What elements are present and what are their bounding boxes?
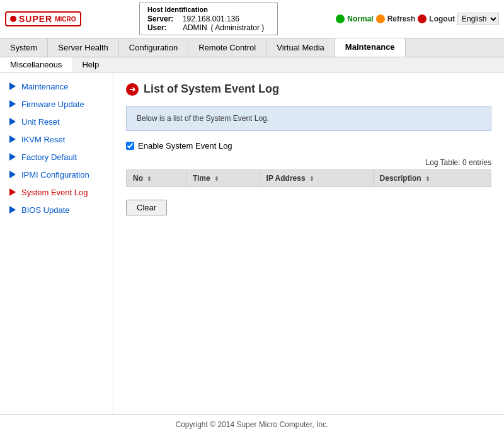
maintenance-arrow-icon <box>8 81 18 91</box>
info-text: Below is a list of the System Event Log. <box>137 114 269 123</box>
page-title: List of System Event Log <box>144 83 279 96</box>
sidebar-label-bios-update: BIOS Update <box>21 205 70 215</box>
logo-box: SUPERMICRO <box>5 11 81 26</box>
sidebar-label-factory-default: Factory Default <box>21 152 77 162</box>
sidebar-item-bios-update[interactable]: BIOS Update <box>0 201 113 219</box>
title-icon: ➔ <box>126 83 139 96</box>
sidebar-label-system-event-log: System Event Log <box>21 188 88 197</box>
col-no-label: No <box>133 174 143 183</box>
nav-item-server-health[interactable]: Server Health <box>48 38 118 57</box>
logout-icon[interactable] <box>418 14 427 23</box>
sidebar-item-ipmi-config[interactable]: IPMI Configuration <box>0 166 113 183</box>
event-log-table: No ⇕ Time ⇕ IP Address ⇕ Description <box>126 169 491 187</box>
subnav-miscellaneous[interactable]: Miscellaneous <box>0 57 72 72</box>
col-ip-sort-icon[interactable]: ⇕ <box>309 176 314 182</box>
footer-text: Copyright © 2014 Super Micro Computer, I… <box>176 420 329 429</box>
col-time-sort-icon[interactable]: ⇕ <box>214 176 219 182</box>
log-table-count: 0 entries <box>462 158 491 167</box>
logout-button[interactable]: Logout <box>429 14 455 23</box>
log-table-header: Log Table: 0 entries <box>126 158 491 167</box>
logo-area: SUPERMICRO <box>5 11 81 26</box>
logo-dot <box>10 16 16 22</box>
sidebar-item-unit-reset[interactable]: Unit Reset <box>0 113 113 130</box>
server-value: 192.168.001.136 <box>183 14 239 23</box>
subnav-help[interactable]: Help <box>72 57 109 72</box>
status-normal-text: Normal <box>347 14 373 23</box>
server-label: Server: <box>147 14 179 23</box>
sidebar-label-unit-reset: Unit Reset <box>21 117 60 127</box>
language-select[interactable]: English <box>457 13 499 25</box>
col-time-label: Time <box>193 174 210 183</box>
footer: Copyright © 2014 Super Micro Computer, I… <box>0 414 504 434</box>
col-description-sort-icon[interactable]: ⇕ <box>425 176 430 182</box>
enable-log-row: Enable System Event Log <box>126 141 491 151</box>
system-event-log-arrow-icon <box>8 187 18 197</box>
sidebar-label-firmware: Firmware Update <box>21 100 84 109</box>
col-description[interactable]: Description ⇕ <box>373 170 491 187</box>
host-identification: Host Identification Server: 192.168.001.… <box>139 3 278 35</box>
sidebar-item-factory-default[interactable]: Factory Default <box>0 148 113 166</box>
enable-log-label: Enable System Event Log <box>138 141 232 151</box>
sidebar: Maintenance Firmware Update Unit Reset I… <box>0 72 113 414</box>
status-green-icon <box>336 14 345 23</box>
nav-item-remote-control[interactable]: Remote Control <box>188 38 266 57</box>
logo-micro: MICRO <box>55 16 76 23</box>
user-role: ( Administrator ) <box>211 23 265 32</box>
status-area: Normal Refresh Logout English <box>336 13 499 25</box>
log-table-label: Log Table: <box>425 158 460 167</box>
col-no[interactable]: No ⇕ <box>127 170 186 187</box>
enable-log-checkbox[interactable] <box>126 142 134 150</box>
nav-item-configuration[interactable]: Configuration <box>119 38 188 57</box>
ikvm-reset-arrow-icon <box>8 134 18 144</box>
sidebar-item-system-event-log[interactable]: System Event Log <box>0 183 113 201</box>
sidebar-item-maintenance[interactable]: Maintenance <box>0 77 113 95</box>
user-value: ADMIN <box>183 23 207 32</box>
clear-button[interactable]: Clear <box>126 200 167 215</box>
col-ip[interactable]: IP Address ⇕ <box>260 170 373 187</box>
sidebar-label-ipmi-config: IPMI Configuration <box>21 170 89 180</box>
bios-update-arrow-icon <box>8 205 18 215</box>
refresh-button[interactable]: Refresh <box>387 14 416 23</box>
user-label: User: <box>147 23 179 32</box>
col-no-sort-icon[interactable]: ⇕ <box>147 176 152 182</box>
logo-text: SUPER <box>19 14 52 24</box>
sidebar-item-firmware-update[interactable]: Firmware Update <box>0 95 113 113</box>
host-id-title: Host Identification <box>147 6 270 13</box>
col-description-label: Description <box>380 174 421 183</box>
content-area: ➔ List of System Event Log Below is a li… <box>113 72 504 414</box>
sidebar-label-maintenance: Maintenance <box>21 82 68 91</box>
refresh-icon[interactable] <box>376 14 385 23</box>
nav-item-virtual-media[interactable]: Virtual Media <box>266 38 335 57</box>
sidebar-item-ikvm-reset[interactable]: IKVM Reset <box>0 130 113 148</box>
col-time[interactable]: Time ⇕ <box>186 170 260 187</box>
nav-item-system[interactable]: System <box>0 38 48 57</box>
ipmi-config-arrow-icon <box>8 169 18 180</box>
unit-reset-arrow-icon <box>8 117 18 127</box>
subnav-bar: Miscellaneous Help <box>0 57 504 72</box>
info-box: Below is a list of the System Event Log. <box>126 106 491 131</box>
firmware-arrow-icon <box>8 99 18 109</box>
factory-default-arrow-icon <box>8 152 18 162</box>
content-title: ➔ List of System Event Log <box>126 83 491 96</box>
col-ip-label: IP Address <box>266 174 306 183</box>
sidebar-label-ikvm-reset: IKVM Reset <box>21 135 65 144</box>
nav-item-maintenance[interactable]: Maintenance <box>335 38 406 57</box>
nav-bar: System Server Health Configuration Remot… <box>0 38 504 57</box>
